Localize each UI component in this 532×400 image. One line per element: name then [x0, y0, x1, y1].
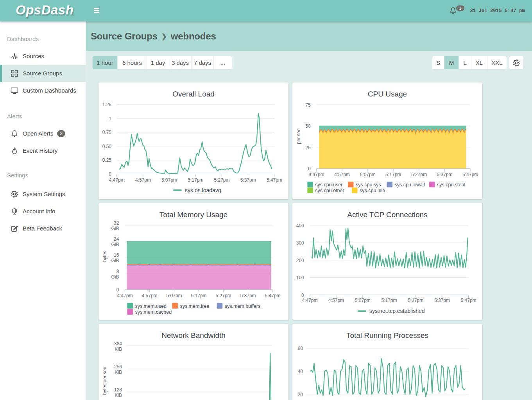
svg-text:5:17pm: 5:17pm: [381, 298, 397, 303]
svg-text:128: 128: [114, 387, 122, 393]
svg-text:GiB: GiB: [111, 258, 119, 263]
svg-text:32: 32: [114, 220, 119, 226]
svg-text:5:47pm: 5:47pm: [461, 298, 476, 303]
svg-text:0.50: 0.50: [102, 144, 112, 149]
svg-text:4:57pm: 4:57pm: [135, 177, 151, 183]
svg-text:5:47pm: 5:47pm: [265, 293, 281, 298]
svg-text:0.75: 0.75: [102, 130, 112, 135]
svg-text:5:27pm: 5:27pm: [214, 177, 229, 183]
svg-text:300: 300: [296, 240, 304, 246]
svg-text:5:07pm: 5:07pm: [355, 298, 371, 303]
svg-text:sys.mem.free: sys.mem.free: [180, 304, 209, 309]
svg-text:5:47pm: 5:47pm: [267, 177, 282, 183]
svg-text:384: 384: [114, 341, 122, 346]
svg-text:8: 8: [116, 269, 119, 274]
svg-text:100: 100: [296, 275, 304, 280]
svg-text:5:17pm: 5:17pm: [191, 293, 207, 298]
svg-text:5:07pm: 5:07pm: [161, 177, 177, 183]
svg-text:5:47pm: 5:47pm: [462, 172, 478, 177]
svg-text:200: 200: [296, 258, 304, 263]
svg-text:bytes: bytes: [102, 251, 107, 262]
svg-text:60: 60: [298, 346, 303, 351]
svg-text:4:57pm: 4:57pm: [328, 298, 344, 303]
svg-text:50: 50: [305, 123, 311, 129]
svg-text:sys.cpu.sys: sys.cpu.sys: [356, 182, 381, 188]
svg-text:KiB: KiB: [115, 370, 122, 375]
svg-text:sys.cpu.steal: sys.cpu.steal: [437, 182, 465, 188]
svg-text:256: 256: [114, 364, 122, 370]
svg-text:4:57pm: 4:57pm: [142, 293, 158, 298]
svg-text:75: 75: [305, 102, 311, 108]
svg-text:sys.mem.used: sys.mem.used: [135, 304, 167, 309]
svg-text:4:57pm: 4:57pm: [334, 172, 350, 177]
svg-text:bytes per sec: bytes per sec: [102, 367, 107, 395]
svg-text:0: 0: [116, 287, 119, 293]
svg-text:sys.cpu.user: sys.cpu.user: [315, 182, 342, 188]
svg-text:16: 16: [114, 252, 119, 258]
svg-text:5:17pm: 5:17pm: [188, 177, 203, 183]
svg-text:1: 1: [109, 116, 111, 121]
svg-text:20: 20: [298, 392, 303, 397]
svg-text:4:47pm: 4:47pm: [117, 293, 133, 298]
svg-text:5:07pm: 5:07pm: [360, 172, 376, 177]
svg-text:4:47pm: 4:47pm: [308, 172, 324, 177]
svg-text:sys.os.loadavg: sys.os.loadavg: [185, 187, 221, 193]
svg-text:5:27pm: 5:27pm: [216, 293, 231, 298]
svg-text:5:07pm: 5:07pm: [167, 293, 182, 298]
svg-text:0.25: 0.25: [102, 157, 112, 163]
svg-text:25: 25: [305, 145, 311, 150]
svg-text:sys.mem.cached: sys.mem.cached: [135, 309, 172, 315]
svg-text:0: 0: [301, 293, 304, 298]
svg-text:4:47pm: 4:47pm: [109, 177, 125, 183]
svg-text:400: 400: [296, 223, 304, 229]
svg-text:5:37pm: 5:37pm: [240, 293, 256, 298]
svg-text:0: 0: [308, 166, 311, 171]
svg-text:5:27pm: 5:27pm: [411, 172, 427, 177]
svg-text:sys.cpu.other: sys.cpu.other: [315, 188, 344, 193]
svg-text:5:37pm: 5:37pm: [437, 172, 452, 177]
svg-text:KiB: KiB: [115, 346, 122, 352]
svg-text:sys.net.tcp.established: sys.net.tcp.established: [369, 308, 425, 314]
svg-text:GiB: GiB: [111, 226, 119, 231]
svg-text:0: 0: [109, 171, 111, 177]
svg-text:KiB: KiB: [115, 393, 122, 398]
svg-text:24: 24: [114, 236, 119, 242]
svg-text:40: 40: [298, 369, 303, 374]
svg-text:per sec: per sec: [296, 129, 301, 144]
svg-text:5:37pm: 5:37pm: [434, 298, 450, 303]
svg-text:5:27pm: 5:27pm: [408, 298, 423, 303]
svg-text:5:37pm: 5:37pm: [240, 177, 256, 183]
svg-text:GiB: GiB: [111, 274, 119, 280]
svg-text:sys.mem.buffers: sys.mem.buffers: [225, 304, 260, 309]
svg-text:1.25: 1.25: [102, 102, 112, 107]
svg-text:sys.cpu.iowait: sys.cpu.iowait: [395, 182, 425, 188]
svg-text:GiB: GiB: [111, 242, 119, 247]
svg-text:4:47pm: 4:47pm: [302, 298, 317, 303]
svg-text:sys.cpu.idle: sys.cpu.idle: [360, 188, 385, 193]
svg-text:5:17pm: 5:17pm: [385, 172, 401, 177]
